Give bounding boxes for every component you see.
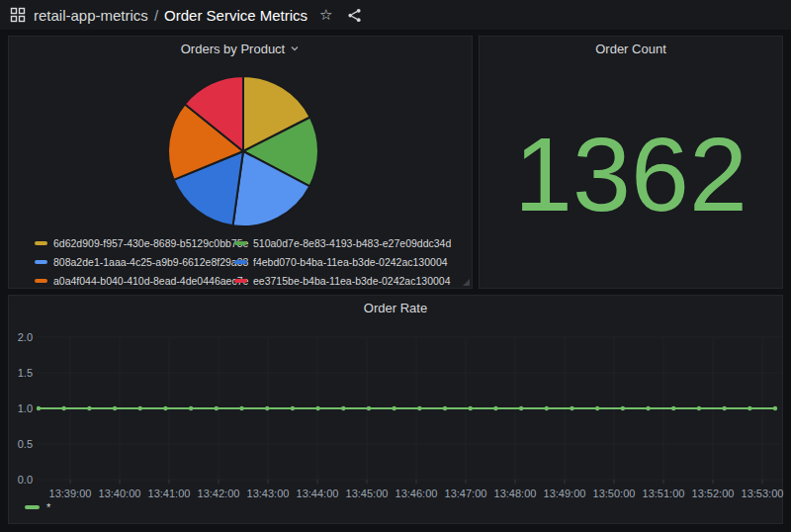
legend-label: ee3715be-b4ba-11ea-b3de-0242ac130004 xyxy=(253,275,451,287)
series-legend-label: * xyxy=(46,501,50,513)
panel-order-rate: Order Rate 0.00.51.01.52.013:39:0013:40:… xyxy=(8,295,783,524)
chevron-down-icon xyxy=(290,44,300,53)
pie-legend-item[interactable]: ee3715be-b4ba-11ea-b3de-0242ac130004 xyxy=(234,274,434,287)
panel-title-text: Orders by Product xyxy=(181,42,286,56)
legend-swatch xyxy=(234,241,247,245)
legend-label: 808a2de1-1aaa-4c25-a9b9-6612e8f29a38 xyxy=(53,256,248,268)
breadcrumb-folder[interactable]: retail-app-metrics xyxy=(34,7,148,24)
svg-text:13:53:00: 13:53:00 xyxy=(742,488,784,499)
panel-title-text: Order Count xyxy=(595,42,666,56)
legend-swatch xyxy=(35,260,47,264)
svg-text:1.5: 1.5 xyxy=(18,367,33,379)
stat-value: 1362 xyxy=(514,122,747,226)
svg-text:13:39:00: 13:39:00 xyxy=(49,488,92,499)
pie-legend-item[interactable]: a0a4f044-b040-410d-8ead-4de0446aec7e xyxy=(35,274,234,287)
star-icon[interactable]: ☆ xyxy=(319,6,332,24)
time-series-chart: 0.00.51.01.52.013:39:0013:40:0013:41:001… xyxy=(9,321,784,501)
share-icon[interactable] xyxy=(347,8,362,23)
svg-text:1.0: 1.0 xyxy=(18,402,33,414)
svg-text:13:51:00: 13:51:00 xyxy=(643,488,685,499)
svg-text:13:50:00: 13:50:00 xyxy=(593,488,636,499)
breadcrumb-dashboard-title[interactable]: Order Service Metrics xyxy=(164,7,308,24)
svg-text:13:44:00: 13:44:00 xyxy=(297,488,339,499)
svg-text:13:43:00: 13:43:00 xyxy=(247,488,290,499)
x-axis-labels: 13:39:0013:40:0013:41:0013:42:0013:43:00… xyxy=(49,488,784,499)
svg-text:0.0: 0.0 xyxy=(18,474,33,486)
legend-label: a0a4f044-b040-410d-8ead-4de0446aec7e xyxy=(53,275,248,287)
series-legend-item[interactable]: * xyxy=(25,501,50,513)
pie-legend-item[interactable]: f4ebd070-b4ba-11ea-b3de-0242ac130004 xyxy=(234,255,434,268)
panel-order-count-title[interactable]: Order Count xyxy=(480,37,782,60)
svg-text:0.5: 0.5 xyxy=(18,438,33,450)
svg-text:13:45:00: 13:45:00 xyxy=(346,488,389,499)
svg-text:13:48:00: 13:48:00 xyxy=(494,488,537,499)
svg-text:13:47:00: 13:47:00 xyxy=(445,488,487,499)
legend-swatch xyxy=(35,279,47,283)
svg-text:13:52:00: 13:52:00 xyxy=(692,488,735,499)
panel-order-rate-title[interactable]: Order Rate xyxy=(9,296,782,319)
breadcrumb-separator: / xyxy=(154,7,158,24)
legend-swatch xyxy=(35,241,47,245)
pie-legend-item[interactable]: 808a2de1-1aaa-4c25-a9b9-6612e8f29a38 xyxy=(35,255,234,268)
panel-resize-handle[interactable] xyxy=(463,279,470,286)
dashboard: retail-app-metrics / Order Service Metri… xyxy=(0,0,791,532)
panel-orders-by-product-title[interactable]: Orders by Product xyxy=(9,37,472,60)
panel-title-text: Order Rate xyxy=(364,301,427,315)
pie-chart xyxy=(162,70,324,232)
stat-body: 1362 xyxy=(480,60,782,288)
pie-legend-item[interactable]: 6d62d909-f957-430e-8689-b5129c0bb75e xyxy=(35,236,234,249)
svg-text:13:40:00: 13:40:00 xyxy=(99,488,141,499)
svg-text:13:49:00: 13:49:00 xyxy=(544,488,586,499)
svg-text:13:41:00: 13:41:00 xyxy=(148,488,191,499)
dashboards-grid-icon[interactable] xyxy=(10,7,26,23)
panel-order-count: Order Count 1362 xyxy=(479,36,783,289)
series-legend-swatch xyxy=(25,505,40,509)
svg-text:13:42:00: 13:42:00 xyxy=(198,488,240,499)
legend-swatch xyxy=(234,260,247,264)
pie-legend: 6d62d909-f957-430e-8689-b5129c0bb75e510a… xyxy=(35,236,434,287)
svg-text:2.0: 2.0 xyxy=(18,331,33,343)
y-axis-labels: 0.00.51.01.52.0 xyxy=(18,331,33,486)
legend-label: 6d62d909-f957-430e-8689-b5129c0bb75e xyxy=(53,237,248,249)
svg-text:13:46:00: 13:46:00 xyxy=(396,488,438,499)
legend-swatch xyxy=(234,279,247,283)
legend-label: 510a0d7e-8e83-4193-b483-e27e09ddc34d xyxy=(253,237,451,249)
legend-label: f4ebd070-b4ba-11ea-b3de-0242ac130004 xyxy=(253,256,448,268)
x-axis-ticks xyxy=(70,480,762,484)
pie-legend-item[interactable]: 510a0d7e-8e83-4193-b483-e27e09ddc34d xyxy=(234,236,434,249)
panel-orders-by-product: Orders by Product 6d62d909-f957-430e-868… xyxy=(8,36,473,289)
top-bar: retail-app-metrics / Order Service Metri… xyxy=(0,0,791,30)
